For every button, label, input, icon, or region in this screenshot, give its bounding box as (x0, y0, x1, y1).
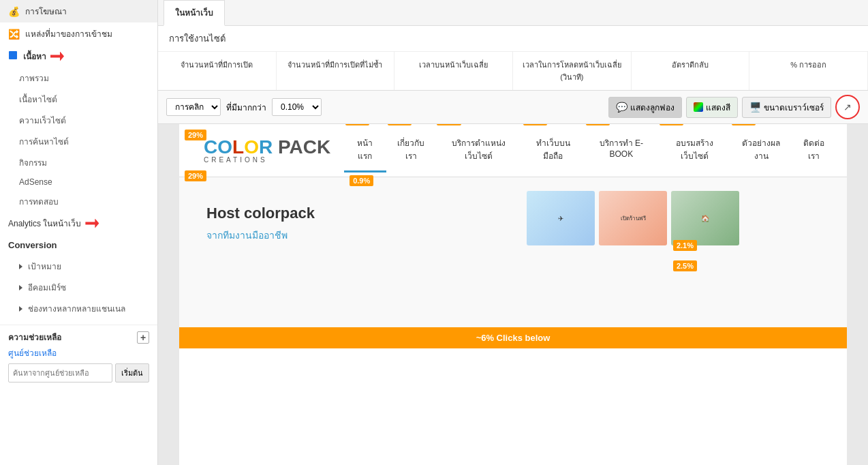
toolbar-right: 💬 แสดงลูกฟอง แสดงสี 🖥️ ขนาดเบราว์เซอร์ ↗ (608, 95, 860, 119)
nav-tab-contact[interactable]: ติดต่อเรา (792, 128, 836, 172)
browser-btn[interactable]: 🖥️ ขนาดเบราว์เซอร์ (742, 97, 831, 118)
nav-tab-service-container: 2.6% บริการตำแหน่งเว็บไซต์ (435, 128, 522, 172)
hero-title: Host colorpack (206, 205, 513, 222)
content-icon (8, 50, 18, 62)
triangle-goals (19, 264, 22, 269)
conversion-label: Conversion (0, 235, 157, 256)
nav-tab-ebook-container: 3.1% บริการทำ E-BOOK (585, 128, 659, 172)
sidebar-sub-ecommerce[interactable]: อีคอมเมิร์ซ (0, 277, 157, 298)
section-title: การใช้งานไซต์ (158, 26, 868, 52)
sidebar-sub-test[interactable]: การทดสอบ (0, 191, 157, 212)
sidebar-sub-events[interactable]: กิจกรรม (0, 152, 157, 173)
help-title: ความช่วยเหลือ + (8, 331, 149, 344)
hero-text: Host colorpack จากทีมงานมืออาชีพ (193, 191, 527, 314)
color-icon (694, 102, 703, 112)
share-button[interactable]: ↗ (835, 95, 860, 119)
nav-tab-portfolio[interactable]: ตัวอย่างผลงาน (730, 128, 792, 172)
nav-tab-portfolio-container: 4.0% ตัวอย่างผลงาน (730, 128, 792, 172)
sidebar-sub-site-search[interactable]: การค้นหาไซต์ (0, 131, 157, 152)
badge-service: 2.6% (437, 124, 461, 125)
badge-portfolio: 4.0% (732, 124, 756, 125)
triangle-multichannel (19, 306, 22, 312)
col-load-time: เวลาในการโหลดหน้าเว็บเฉลี่ย (วินาที) (513, 52, 632, 90)
bottom-bar: ~6% Clicks below (179, 327, 847, 348)
color-btn[interactable]: แสดงสี (686, 97, 738, 118)
col-exit-pct: % การออก (749, 52, 868, 90)
sidebar-sub-goals[interactable]: เป้าหมาย (0, 256, 157, 277)
nav-tab-mobile[interactable]: ทำเว็บบนมือถือ (522, 128, 585, 172)
badge-about: 8.5% (388, 124, 412, 125)
traffic-icon: 🔀 (8, 29, 20, 40)
help-expand-button[interactable]: + (137, 331, 149, 344)
bubble-btn[interactable]: 💬 แสดงลูกฟอง (608, 97, 682, 118)
nav-tab-service[interactable]: บริการตำแหน่งเว็บไซต์ (435, 128, 522, 172)
sidebar-item-analytics-inpage[interactable]: Analytics ในหน้าเว็บ (0, 212, 157, 235)
badge-training: 8.9% (660, 124, 683, 125)
filter-gt-label: ที่มีมากกว่า (226, 101, 266, 114)
nav-tab-mobile-container: 1.4% ทำเว็บบนมือถือ (522, 128, 585, 172)
toolbar-left: การคลิก ที่มีมากกว่า 0.10% (166, 98, 322, 116)
hero-img-1: ✈ (527, 191, 595, 245)
sidebar-item-ads[interactable]: 💰 การโฆษณา (0, 0, 157, 22)
hero-img-2: เปิดร้านฟรี (599, 191, 667, 245)
hero-img-3: 🏠 (671, 191, 739, 245)
help-search-input[interactable] (8, 363, 112, 382)
heatmap-area[interactable]: 29% COLOR PACK CREATIONS 8.8% หน้าแรก (158, 124, 868, 465)
ads-icon: 💰 (8, 6, 20, 17)
tab-inpage[interactable]: ในหน้าเว็บ (164, 0, 225, 26)
site-nav: COLOR PACK CREATIONS 8.8% หน้าแรก 0.9% 8… (179, 124, 847, 177)
toolbar: การคลิก ที่มีมากกว่า 0.10% 💬 แสดงลูกฟอง … (158, 91, 868, 124)
badge-top-left: 29% (185, 130, 206, 140)
hero-images: ✈ เปิดร้านฟรี 🏠 (527, 191, 833, 314)
bubble-icon: 💬 (616, 102, 627, 112)
sidebar-item-content[interactable]: เนื้อหา (0, 45, 157, 68)
browser-icon: 🖥️ (749, 102, 761, 112)
help-search-button[interactable]: เริ่มต้น (115, 363, 149, 382)
sidebar-item-traffic[interactable]: 🔀 แหล่งที่มาของการเข้าชม (0, 22, 157, 45)
svg-rect-0 (9, 51, 17, 59)
col-bounce-rate: อัตราดีกลับ (632, 52, 750, 90)
badge-mobile: 1.4% (523, 124, 547, 125)
nav-tabs: 8.8% หน้าแรก 0.9% 8.5% เกี่ยวกับเรา 2.6%… (344, 128, 836, 172)
filter-select[interactable]: การคลิก (166, 98, 221, 116)
nav-tab-about[interactable]: เกี่ยวกับเรา (386, 128, 436, 172)
main-content: ในหน้าเว็บ การใช้งานไซต์ จำนวนหน้าที่มีก… (158, 0, 868, 465)
site-logo: COLOR PACK CREATIONS (190, 130, 344, 171)
badge-ebook: 3.1% (586, 124, 610, 125)
help-section: ความช่วยเหลือ + ศูนย์ช่วยเหลือ เริ่มต้น (0, 325, 157, 388)
hero-subtitle: จากทีมงานมืออาชีพ (206, 228, 513, 243)
badge-home-sub: 0.9% (350, 175, 373, 186)
nav-tab-training[interactable]: อบรมสร้างเว็บไซต์ (658, 128, 730, 172)
help-search-container: เริ่มต้น (8, 363, 149, 382)
analytics-inpage-arrow (85, 219, 99, 228)
nav-tab-home-container: 8.8% หน้าแรก 0.9% (344, 128, 386, 172)
filter-value-select[interactable]: 0.10% (272, 98, 322, 116)
nav-tab-contact-container: ติดต่อเรา (792, 128, 836, 172)
nav-tab-ebook[interactable]: บริการทำ E-BOOK (585, 128, 659, 169)
heatmap-inner: 29% COLOR PACK CREATIONS 8.8% หน้าแรก (179, 124, 847, 465)
share-icon: ↗ (843, 102, 852, 112)
content-arrow (50, 52, 64, 61)
badge-home-nav: 8.8% (345, 124, 369, 125)
nav-tab-training-container: 8.9% อบรมสร้างเว็บไซต์ (658, 128, 730, 172)
sidebar-sub-site-content[interactable]: เนื้อหาไซต์ (0, 89, 157, 110)
tab-bar: ในหน้าเว็บ (158, 0, 868, 26)
table-header: จำนวนหน้าที่มีการเปิด จำนวนหน้าที่มีการเ… (158, 52, 868, 91)
triangle-ecommerce (19, 285, 22, 290)
nav-tab-about-container: 8.5% เกี่ยวกับเรา (386, 128, 436, 172)
col-pages-opened: จำนวนหน้าที่มีการเปิด (158, 52, 277, 90)
col-unique-pages: จำนวนหน้าที่มีการเปิดที่ไม่ซ้ำ (277, 52, 395, 90)
help-center-link[interactable]: ศูนย์ช่วยเหลือ (8, 346, 149, 359)
sidebar-sub-multichannel[interactable]: ช่องทางหลากหลายแชนเนล (0, 298, 157, 319)
sidebar: 💰 การโฆษณา 🔀 แหล่งที่มาของการเข้าชม เนื้… (0, 0, 158, 465)
badge-nav-left: 29% (185, 170, 206, 181)
badge-hero-2-1: 2.1% (673, 240, 697, 251)
col-avg-time: เวลาบนหน้าเว็บเฉลี่ย (394, 52, 513, 90)
badge-hero-2-5: 2.5% (673, 260, 697, 271)
sidebar-sub-adsense[interactable]: AdSense (0, 173, 157, 191)
sidebar-sub-overview[interactable]: ภาพรวม (0, 68, 157, 89)
site-hero: Host colorpack จากทีมงานมืออาชีพ ✈ เปิดร… (179, 177, 847, 327)
sidebar-sub-site-speed[interactable]: ความเร็วไซต์ (0, 110, 157, 131)
nav-tab-home[interactable]: หน้าแรก (344, 128, 386, 172)
